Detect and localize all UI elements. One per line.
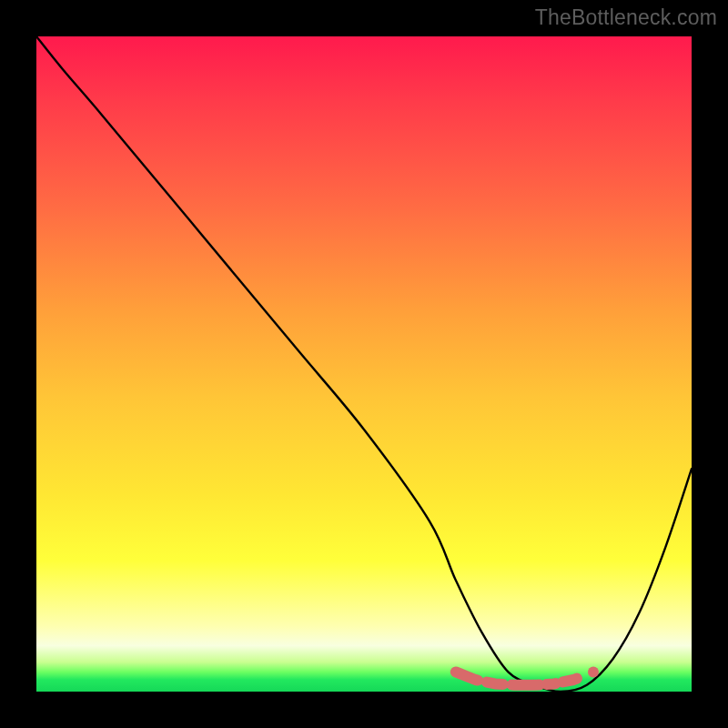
- bottleneck-curve: [36, 36, 692, 692]
- plot-area: [36, 36, 692, 692]
- optimal-range-end-dot: [588, 666, 599, 677]
- watermark-text: TheBottleneck.com: [535, 5, 717, 30]
- optimal-range-band: [456, 672, 593, 684]
- curve-layer: [36, 36, 692, 692]
- optimal-range-markers: [456, 666, 599, 684]
- chart-frame: TheBottleneck.com: [0, 0, 728, 728]
